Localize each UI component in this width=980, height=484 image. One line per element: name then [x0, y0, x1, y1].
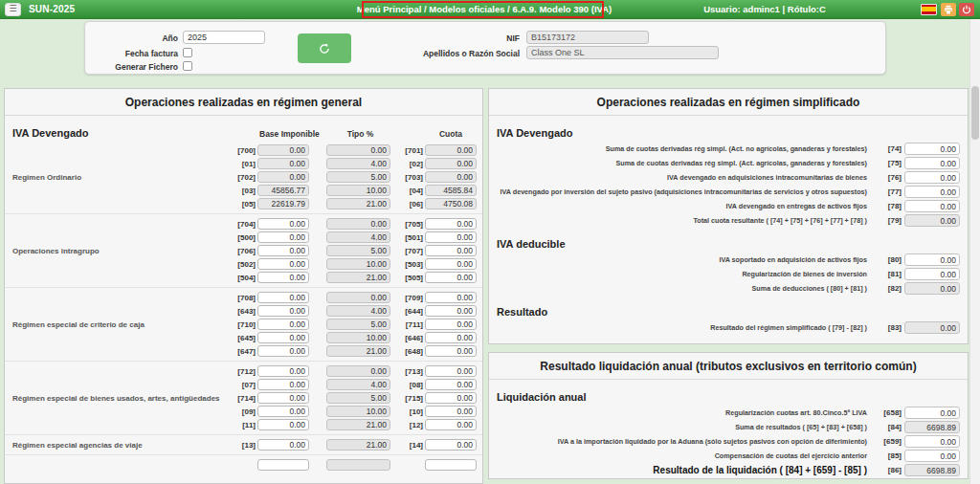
row-code-base: [01]: [229, 160, 256, 168]
base-imponible-field[interactable]: [257, 292, 309, 303]
row-label: Suma de deducciones ( [80] + [81] ): [497, 284, 873, 293]
base-imponible-field[interactable]: [257, 272, 309, 283]
cuota-field[interactable]: [425, 379, 477, 390]
base-imponible-field[interactable]: [257, 392, 309, 404]
value-field[interactable]: [904, 268, 960, 280]
nif-field: [526, 31, 649, 44]
cuota-field[interactable]: [425, 319, 477, 330]
tax-row: [706][707]: [229, 245, 477, 256]
cuota-field[interactable]: [425, 439, 477, 451]
cuota-field: [425, 185, 477, 196]
cuota-field[interactable]: [425, 332, 477, 343]
form-row: Resultado de la liquidación ( [84] + [65…: [497, 464, 960, 476]
form-row: IVA a la importación liquidado por la Ad…: [497, 435, 960, 448]
cuota-field[interactable]: [425, 345, 477, 357]
printer-icon: [944, 5, 953, 14]
generar-fichero-label: Generar Fichero: [104, 62, 178, 72]
value-field[interactable]: [904, 186, 960, 198]
base-imponible-field[interactable]: [257, 231, 309, 243]
row-label: Regularización cuotas art. 80.Cinco.5ª L…: [497, 408, 873, 417]
row-code: [77]: [873, 187, 902, 196]
row-code-cuota: [711]: [394, 320, 423, 329]
tax-row: [09][10]: [229, 406, 477, 417]
breadcrumb-menu-principal[interactable]: Menú Principal: [357, 4, 422, 14]
value-field[interactable]: [904, 157, 960, 169]
cuota-field[interactable]: [425, 419, 477, 430]
refresh-button[interactable]: [298, 33, 351, 63]
base-imponible-field[interactable]: [257, 459, 309, 471]
generar-fichero-checkbox[interactable]: [183, 61, 192, 71]
row-code: [659]: [873, 437, 902, 446]
hamburger-menu-icon[interactable]: ☰: [5, 3, 21, 16]
tax-row: [710][711]: [229, 319, 477, 330]
tax-group: Regimen Ordinario[700][701][01][02][702]…: [5, 141, 482, 213]
base-imponible-field[interactable]: [257, 365, 309, 377]
base-imponible-field[interactable]: [257, 332, 309, 343]
base-imponible-field[interactable]: [257, 439, 309, 451]
logout-button[interactable]: [959, 3, 974, 16]
tipo-percent-field: [326, 305, 390, 317]
fecha-factura-checkbox[interactable]: [183, 48, 192, 57]
value-field[interactable]: [904, 143, 960, 155]
cuota-field[interactable]: [425, 292, 477, 303]
group-rows: [700][701][01][02][702][703][03][04][05]…: [229, 144, 477, 209]
cuota-field[interactable]: [425, 272, 477, 283]
cuota-field[interactable]: [425, 459, 477, 471]
cuota-field[interactable]: [425, 218, 477, 230]
value-field[interactable]: [904, 435, 960, 448]
cuota-field[interactable]: [425, 406, 477, 417]
row-code: [80]: [873, 255, 902, 264]
base-imponible-field[interactable]: [257, 345, 309, 357]
base-imponible-field[interactable]: [257, 218, 309, 230]
value-field[interactable]: [904, 200, 960, 212]
base-imponible-field[interactable]: [257, 419, 309, 430]
vertical-scrollbar-thumb[interactable]: [971, 86, 979, 140]
app-title: SUN-2025: [29, 4, 75, 14]
vertical-scrollbar-track[interactable]: [969, 19, 980, 484]
row-code-base: [504]: [229, 274, 256, 282]
group-rows: [229, 459, 477, 471]
row-code-cuota: [10]: [394, 407, 423, 416]
print-button[interactable]: [941, 3, 956, 16]
form-row: Suma de cuotas derivadas rég simpl. (Act…: [497, 157, 960, 169]
row-code: [78]: [873, 202, 902, 210]
base-imponible-field[interactable]: [257, 406, 309, 417]
tipo-percent-field: [326, 419, 390, 430]
ano-input[interactable]: [183, 31, 265, 44]
cuota-field[interactable]: [425, 392, 477, 404]
power-icon: [962, 5, 971, 14]
tax-group: Régimen especial agencias de viaje[13][1…: [5, 434, 482, 454]
row-code-cuota: [04]: [394, 187, 423, 195]
refresh-icon: [319, 43, 330, 55]
base-imponible-field[interactable]: [257, 379, 309, 390]
breadcrumb-modelo-390[interactable]: 6.A.9. Modelo 390 (IVA): [512, 4, 612, 14]
value-field: [904, 321, 960, 334]
row-code-cuota: [648]: [394, 347, 423, 356]
value-field[interactable]: [904, 253, 960, 266]
base-imponible-field[interactable]: [257, 305, 309, 317]
base-imponible-field: [257, 144, 309, 156]
cuota-field: [425, 171, 477, 183]
base-imponible-field[interactable]: [257, 319, 309, 330]
razon-social-label: Apellidos o Razón Social: [376, 49, 520, 58]
cuota-field[interactable]: [425, 258, 477, 270]
base-imponible-field[interactable]: [257, 258, 309, 270]
base-imponible-field[interactable]: [257, 245, 309, 256]
row-code-cuota: [713]: [394, 367, 423, 376]
base-imponible-field: [257, 158, 309, 169]
row-label: Resultado de la liquidación ( [84] + [65…: [497, 465, 873, 475]
value-field[interactable]: [904, 450, 960, 462]
row-code: [81]: [873, 270, 902, 278]
row-code-cuota: [14]: [394, 441, 423, 450]
group-rows: [13][14]: [229, 439, 477, 451]
cuota-field[interactable]: [425, 245, 477, 256]
value-field[interactable]: [904, 171, 960, 184]
value-field[interactable]: [904, 407, 960, 419]
left-column-headers: IVA Devengado Base Imponible Tipo % Cuot…: [12, 127, 477, 139]
breadcrumb-modelos-oficiales[interactable]: Modelos oficiales: [429, 4, 504, 14]
form-row: Total cuota resultante ( [74] + [75] + […: [497, 214, 960, 227]
cuota-field[interactable]: [425, 231, 477, 243]
spanish-flag-icon[interactable]: [921, 4, 937, 15]
cuota-field[interactable]: [425, 365, 477, 377]
cuota-field[interactable]: [425, 305, 477, 317]
